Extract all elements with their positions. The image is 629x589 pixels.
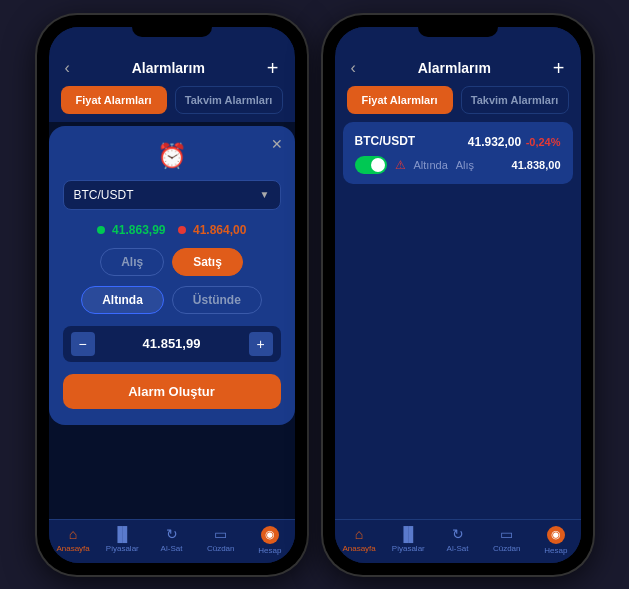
warn-icon: ⚠: [395, 158, 406, 172]
nav-label-anasayfa-left: Anasayfa: [56, 544, 89, 553]
toggle-knob: [371, 158, 385, 172]
user-icon-right: ◉: [547, 526, 565, 544]
nav-piyasalar-right[interactable]: ▐▌ Piyasalar: [384, 526, 433, 555]
stepper-plus[interactable]: +: [249, 332, 273, 356]
wallet-icon-right: ▭: [500, 526, 513, 542]
phone-notch-right: [418, 27, 498, 37]
condition-btn-row: Altında Üstünde: [63, 286, 281, 314]
screen-content-right: BTC/USDT 41.932,00 -0,24% ⚠ Altında Alış: [335, 122, 581, 519]
tab-calendar-alarms-left[interactable]: Takvim Alarmları: [175, 86, 283, 114]
create-alarm-btn[interactable]: Alarm Oluştur: [63, 374, 281, 409]
alarm-pair: BTC/USDT: [355, 134, 416, 148]
nav-cuzdan-left[interactable]: ▭ Cüzdan: [196, 526, 245, 555]
alarm-row-details: ⚠ Altında Alış 41.838,00: [355, 156, 561, 174]
nav-label-cuzdan-right: Cüzdan: [493, 544, 521, 553]
tab-price-alarms-left[interactable]: Fiyat Alarmları: [61, 86, 167, 114]
stepper-minus[interactable]: −: [71, 332, 95, 356]
type-btn-row: Alış Satış: [63, 248, 281, 276]
alarm-type: Alış: [456, 159, 474, 171]
alarm-icon: ⏰: [63, 142, 281, 170]
alarm-price-change-group: 41.932,00 -0,24%: [468, 132, 561, 150]
title-left: Alarmlarım: [132, 60, 205, 76]
left-screen: ‹ Alarmlarım + Fiyat Alarmları Takvim Al…: [49, 27, 295, 563]
btn-alis[interactable]: Alış: [100, 248, 164, 276]
wallet-icon-left: ▭: [214, 526, 227, 542]
right-phone: ‹ Alarmlarım + Fiyat Alarmları Takvim Al…: [323, 15, 593, 575]
buy-price: 41.863,99: [97, 220, 166, 238]
home-icon-right: ⌂: [355, 526, 363, 542]
header-left: ‹ Alarmlarım +: [49, 51, 295, 86]
alarm-condition: Altında: [414, 159, 448, 171]
chart-icon-right: ▐▌: [398, 526, 418, 542]
nav-label-hesap-left: Hesap: [258, 546, 281, 555]
plus-icon-left[interactable]: +: [267, 57, 279, 80]
select-value: BTC/USDT: [74, 188, 134, 202]
price-row: 41.863,99 41.864,00: [63, 220, 281, 238]
btn-satis[interactable]: Satış: [172, 248, 243, 276]
stepper-row: − 41.851,99 +: [63, 326, 281, 362]
select-arrow: ▼: [260, 189, 270, 200]
exchange-icon-left: ↻: [166, 526, 178, 542]
nav-anasayfa-left[interactable]: ⌂ Anasayfa: [49, 526, 98, 555]
plus-icon-right[interactable]: +: [553, 57, 565, 80]
bottom-nav-left: ⌂ Anasayfa ▐▌ Piyasalar ↻ Al-Sat ▭ Cüzda…: [49, 519, 295, 563]
user-icon-left: ◉: [261, 526, 279, 544]
back-icon-left[interactable]: ‹: [65, 59, 70, 77]
nav-label-hesap-right: Hesap: [544, 546, 567, 555]
green-dot: [97, 226, 105, 234]
stepper-value: 41.851,99: [143, 336, 201, 351]
alarm-list-item: BTC/USDT 41.932,00 -0,24% ⚠ Altında Alış: [343, 122, 573, 184]
alarm-price-main: 41.932,00: [468, 135, 521, 149]
alarm-target-price: 41.838,00: [512, 159, 561, 171]
modal-close-btn[interactable]: ✕: [271, 136, 283, 152]
bottom-nav-right: ⌂ Anasayfa ▐▌ Piyasalar ↻ Al-Sat ▭ Cüzda…: [335, 519, 581, 563]
left-phone: ‹ Alarmlarım + Fiyat Alarmları Takvim Al…: [37, 15, 307, 575]
nav-hesap-left[interactable]: ◉ Hesap: [245, 526, 294, 555]
nav-label-piyasalar-right: Piyasalar: [392, 544, 425, 553]
nav-hesap-right[interactable]: ◉ Hesap: [531, 526, 580, 555]
red-dot: [178, 226, 186, 234]
nav-label-piyasalar-left: Piyasalar: [106, 544, 139, 553]
modal: ✕ ⏰ BTC/USDT ▼ 41.863,99: [49, 126, 295, 425]
header-right: ‹ Alarmlarım +: [335, 51, 581, 86]
tab-bar-right: Fiyat Alarmları Takvim Alarmları: [335, 86, 581, 114]
alarm-toggle[interactable]: [355, 156, 387, 174]
modal-overlay: ✕ ⏰ BTC/USDT ▼ 41.863,99: [49, 122, 295, 519]
phone-notch-left: [132, 27, 212, 37]
nav-label-cuzdan-left: Cüzdan: [207, 544, 235, 553]
phones-container: ‹ Alarmlarım + Fiyat Alarmları Takvim Al…: [27, 5, 603, 585]
exchange-icon-right: ↻: [452, 526, 464, 542]
tab-calendar-alarms-right[interactable]: Takvim Alarmları: [461, 86, 569, 114]
pair-select[interactable]: BTC/USDT ▼: [63, 180, 281, 210]
nav-label-anasayfa-right: Anasayfa: [342, 544, 375, 553]
nav-label-alsat-right: Al-Sat: [447, 544, 469, 553]
screen-content-left: ✕ ⏰ BTC/USDT ▼ 41.863,99: [49, 122, 295, 519]
home-icon-left: ⌂: [69, 526, 77, 542]
nav-cuzdan-right[interactable]: ▭ Cüzdan: [482, 526, 531, 555]
alarm-change-neg: -0,24%: [526, 136, 561, 148]
tab-price-alarms-right[interactable]: Fiyat Alarmları: [347, 86, 453, 114]
nav-anasayfa-right[interactable]: ⌂ Anasayfa: [335, 526, 384, 555]
nav-piyasalar-left[interactable]: ▐▌ Piyasalar: [98, 526, 147, 555]
tab-bar-left: Fiyat Alarmları Takvim Alarmları: [49, 86, 295, 114]
btn-altinda[interactable]: Altında: [81, 286, 164, 314]
title-right: Alarmlarım: [418, 60, 491, 76]
nav-label-alsat-left: Al-Sat: [161, 544, 183, 553]
sell-price: 41.864,00: [178, 220, 247, 238]
right-screen: ‹ Alarmlarım + Fiyat Alarmları Takvim Al…: [335, 27, 581, 563]
btn-ustunde[interactable]: Üstünde: [172, 286, 262, 314]
alarm-list-header: BTC/USDT 41.932,00 -0,24%: [355, 132, 561, 150]
chart-icon-left: ▐▌: [112, 526, 132, 542]
back-icon-right[interactable]: ‹: [351, 59, 356, 77]
nav-alsat-right[interactable]: ↻ Al-Sat: [433, 526, 482, 555]
nav-alsat-left[interactable]: ↻ Al-Sat: [147, 526, 196, 555]
